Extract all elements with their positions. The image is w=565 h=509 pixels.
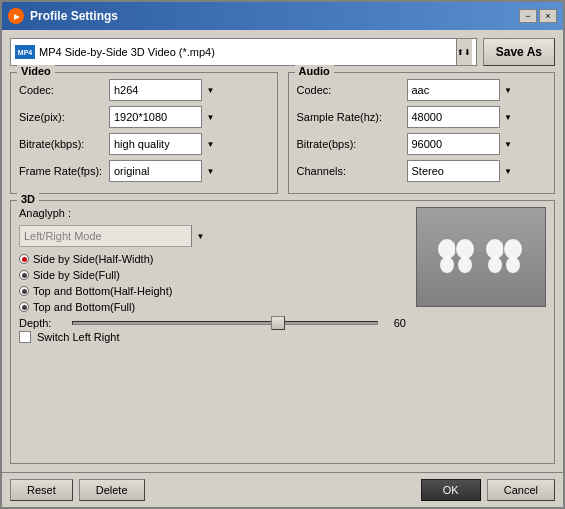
- video-codec-row: Codec: h264 ▼: [19, 79, 269, 101]
- format-dropdown-arrow[interactable]: ⬆⬇: [456, 39, 472, 65]
- svg-point-6: [458, 257, 472, 273]
- radio-dot-4: [19, 302, 29, 312]
- audio-bitrate-label: Bitrate(bps):: [297, 138, 407, 150]
- video-bitrate-label: Bitrate(kbps):: [19, 138, 109, 150]
- reset-button[interactable]: Reset: [10, 479, 73, 501]
- depth-label: Depth:: [19, 317, 64, 329]
- depth-slider-thumb[interactable]: [271, 316, 285, 330]
- minimize-button[interactable]: −: [519, 9, 537, 23]
- audio-codec-select-wrapper: aac ▼: [407, 79, 517, 101]
- radio-dot-1: [19, 254, 29, 264]
- audio-channels-select[interactable]: Stereo: [407, 160, 517, 182]
- depth-row: Depth: 60: [19, 317, 406, 329]
- svg-point-5: [456, 239, 474, 259]
- butterfly-container: [437, 237, 525, 277]
- close-button[interactable]: ×: [539, 9, 557, 23]
- bottom-left-buttons: Reset Delete: [10, 479, 145, 501]
- audio-codec-select[interactable]: aac: [407, 79, 517, 101]
- svg-point-10: [504, 239, 522, 259]
- video-codec-label: Codec:: [19, 84, 109, 96]
- bottom-bar: Reset Delete OK Cancel: [2, 472, 563, 507]
- video-bitrate-select-wrapper: high quality ▼: [109, 133, 219, 155]
- audio-samplerate-select[interactable]: 48000: [407, 106, 517, 128]
- switch-label: Switch Left Right: [37, 331, 120, 343]
- radio-label-4: Top and Bottom(Full): [33, 301, 135, 313]
- audio-samplerate-label: Sample Rate(hz):: [297, 111, 407, 123]
- audio-channels-label: Channels:: [297, 165, 407, 177]
- audio-channels-row: Channels: Stereo ▼: [297, 160, 547, 182]
- audio-channels-select-wrapper: Stereo ▼: [407, 160, 517, 182]
- radio-dot-2: [19, 270, 29, 280]
- video-bitrate-row: Bitrate(kbps): high quality ▼: [19, 133, 269, 155]
- video-size-select[interactable]: 1920*1080: [109, 106, 219, 128]
- video-framerate-select[interactable]: original: [109, 160, 219, 182]
- profile-settings-window: ▶ Profile Settings − × MP4 MP4 Side-by-S…: [0, 0, 565, 509]
- radio-label-1: Side by Side(Half-Width): [33, 253, 153, 265]
- video-framerate-label: Frame Rate(fps):: [19, 165, 109, 177]
- audio-bitrate-select[interactable]: 96000: [407, 133, 517, 155]
- audio-samplerate-select-wrapper: 48000 ▼: [407, 106, 517, 128]
- switch-checkbox-wrapper[interactable]: [19, 331, 31, 343]
- main-content: MP4 MP4 Side-by-Side 3D Video (*.mp4) ⬆⬇…: [2, 30, 563, 472]
- audio-codec-row: Codec: aac ▼: [297, 79, 547, 101]
- video-codec-select-wrapper: h264 ▼: [109, 79, 219, 101]
- bottom-right-buttons: OK Cancel: [421, 479, 555, 501]
- svg-point-2: [438, 239, 456, 259]
- anaglyph-select-wrapper: Left/Right Mode ▼: [19, 225, 209, 247]
- butterfly-right-icon: [485, 237, 525, 277]
- format-icon: MP4: [15, 45, 35, 59]
- window-controls: − ×: [519, 9, 557, 23]
- svg-point-7: [486, 239, 504, 259]
- top-row: MP4 MP4 Side-by-Side 3D Video (*.mp4) ⬆⬇…: [10, 38, 555, 66]
- window-title: Profile Settings: [30, 9, 519, 23]
- video-framerate-select-wrapper: original ▼: [109, 160, 219, 182]
- audio-section-label: Audio: [295, 65, 334, 77]
- save-as-button[interactable]: Save As: [483, 38, 555, 66]
- d3-section-label: 3D: [17, 193, 39, 205]
- delete-button[interactable]: Delete: [79, 479, 145, 501]
- butterfly-left-icon: [437, 237, 477, 277]
- radio-label-3: Top and Bottom(Half-Height): [33, 285, 172, 297]
- video-bitrate-select[interactable]: high quality: [109, 133, 219, 155]
- depth-slider[interactable]: [72, 321, 378, 325]
- d3-preview: [416, 207, 546, 307]
- audio-codec-label: Codec:: [297, 84, 407, 96]
- window-icon: ▶: [8, 8, 24, 24]
- radio-side-by-side-half[interactable]: Side by Side(Half-Width): [19, 253, 406, 265]
- switch-row: Switch Left Right: [19, 331, 406, 343]
- audio-samplerate-row: Sample Rate(hz): 48000 ▼: [297, 106, 547, 128]
- d3-content: Anaglyph : Left/Right Mode ▼ Side by Sid…: [19, 207, 546, 343]
- anaglyph-select[interactable]: Left/Right Mode: [19, 225, 209, 247]
- audio-bitrate-row: Bitrate(bps): 96000 ▼: [297, 133, 547, 155]
- audio-section: Audio Codec: aac ▼ Sample Rate(hz):: [288, 72, 556, 194]
- radio-top-bottom-full[interactable]: Top and Bottom(Full): [19, 301, 406, 313]
- title-bar: ▶ Profile Settings − ×: [2, 2, 563, 30]
- radio-side-by-side-full[interactable]: Side by Side(Full): [19, 269, 406, 281]
- video-size-label: Size(pix):: [19, 111, 109, 123]
- radio-label-2: Side by Side(Full): [33, 269, 120, 281]
- svg-point-3: [440, 257, 454, 273]
- video-audio-section: Video Codec: h264 ▼ Size(pix):: [10, 72, 555, 194]
- switch-checkbox[interactable]: [19, 331, 31, 343]
- radio-top-bottom-half[interactable]: Top and Bottom(Half-Height): [19, 285, 406, 297]
- video-size-select-wrapper: 1920*1080 ▼: [109, 106, 219, 128]
- depth-value: 60: [386, 317, 406, 329]
- svg-point-8: [488, 257, 502, 273]
- format-text: MP4 Side-by-Side 3D Video (*.mp4): [39, 46, 452, 58]
- cancel-button[interactable]: Cancel: [487, 479, 555, 501]
- video-codec-select[interactable]: h264: [109, 79, 219, 101]
- d3-section: 3D Anaglyph : Left/Right Mode ▼: [10, 200, 555, 464]
- anaglyph-label: Anaglyph :: [19, 207, 71, 219]
- format-selector[interactable]: MP4 MP4 Side-by-Side 3D Video (*.mp4) ⬆⬇: [10, 38, 477, 66]
- video-section-label: Video: [17, 65, 55, 77]
- video-framerate-row: Frame Rate(fps): original ▼: [19, 160, 269, 182]
- anaglyph-row: Anaglyph :: [19, 207, 406, 219]
- radio-dot-3: [19, 286, 29, 296]
- svg-point-11: [506, 257, 520, 273]
- video-size-row: Size(pix): 1920*1080 ▼: [19, 106, 269, 128]
- audio-bitrate-select-wrapper: 96000 ▼: [407, 133, 517, 155]
- ok-button[interactable]: OK: [421, 479, 481, 501]
- d3-left: Anaglyph : Left/Right Mode ▼ Side by Sid…: [19, 207, 406, 343]
- video-section: Video Codec: h264 ▼ Size(pix):: [10, 72, 278, 194]
